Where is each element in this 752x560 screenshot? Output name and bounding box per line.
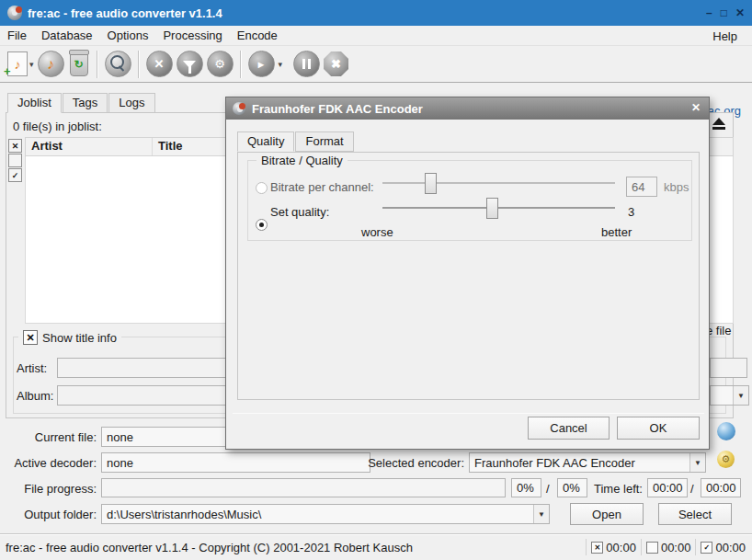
stop-glyph: ✖: [331, 57, 341, 71]
title-info-legend: ✕ Show title info: [18, 330, 121, 345]
menu-bar: File Database Options Processing Encode …: [0, 26, 752, 46]
open-button[interactable]: Open: [570, 503, 644, 525]
output-folder-value: d:\Users\tristanrhodes\Music\: [107, 508, 533, 521]
select-none-button[interactable]: [8, 154, 22, 167]
chevron-down-icon[interactable]: ▼: [733, 386, 748, 405]
time-left-file-value: 00:00: [653, 481, 683, 495]
tab-joblist[interactable]: Joblist: [7, 93, 62, 113]
quality-slider[interactable]: [382, 198, 615, 218]
file-percent-value: 0%: [517, 481, 534, 495]
selected-time-value: 00:00: [606, 541, 636, 554]
joblist-entry-icon[interactable]: ♪: [38, 51, 64, 77]
x-box-icon: ✕: [591, 542, 603, 554]
plus-glyph: +: [4, 64, 11, 78]
start-conversion-icon[interactable]: ►: [248, 51, 275, 77]
tab-format[interactable]: Format: [295, 131, 353, 152]
tab-tags[interactable]: Tags: [63, 93, 108, 113]
column-artist[interactable]: Artist: [26, 138, 153, 155]
menu-file[interactable]: File: [0, 29, 34, 42]
time-left-total-value: 00:00: [706, 481, 736, 495]
close-button[interactable]: ✕: [735, 6, 745, 19]
encoder-settings-gear-icon[interactable]: ⚙: [717, 451, 735, 468]
configure-settings-icon[interactable]: ⚙: [207, 51, 234, 77]
bitrate-slider-track: [382, 182, 615, 184]
output-folder-combo[interactable]: d:\Users\tristanrhodes\Music\ ▼: [101, 504, 550, 524]
chevron-down-icon[interactable]: ▼: [533, 505, 549, 523]
bitrate-slider-thumb[interactable]: [425, 173, 437, 194]
title-field-fragment[interactable]: [710, 358, 747, 378]
quality-slider-track: [382, 207, 615, 209]
selected-encoder-value: Fraunhofer FDK AAC Encoder: [474, 456, 689, 470]
set-quality-label: Set quality:: [270, 205, 329, 219]
tab-quality[interactable]: Quality: [237, 131, 294, 152]
toggle-selection-button[interactable]: ✓: [8, 168, 22, 182]
time-left-total-field: 00:00: [701, 478, 741, 497]
pause-conversion-icon[interactable]: [293, 51, 320, 77]
cancel-button[interactable]: Cancel: [528, 417, 610, 440]
menu-processing[interactable]: Processing: [155, 29, 229, 42]
bitrate-radio[interactable]: [256, 182, 268, 194]
tools-glyph: ✕: [154, 57, 165, 71]
filter-settings-icon[interactable]: [177, 51, 203, 77]
tab-logs[interactable]: Logs: [108, 93, 154, 113]
add-files-dropdown-icon[interactable]: ▾: [29, 60, 34, 69]
status-text: fre:ac - free audio converter v1.1.4 - C…: [6, 541, 413, 554]
total-time-cell: ✓ 00:00: [695, 539, 750, 555]
menu-options[interactable]: Options: [100, 29, 156, 42]
selected-time-cell: ✕ 00:00: [586, 539, 641, 555]
dialog-close-button[interactable]: ✕: [691, 101, 701, 114]
dialog-tabs: QualityFormat: [237, 131, 355, 152]
menu-help[interactable]: Help: [705, 26, 745, 46]
genre-combo-fragment[interactable]: ▼: [710, 385, 749, 406]
window-title: fre:ac - free audio converter v1.1.4: [28, 6, 222, 20]
play-glyph: ►: [256, 59, 267, 70]
status-bar: fre:ac - free audio converter v1.1.4 - C…: [0, 533, 752, 560]
chevron-down-icon[interactable]: ▼: [689, 453, 705, 472]
dialog-title: Fraunhofer FDK AAC Encoder: [252, 102, 423, 116]
bitrate-slider[interactable]: [382, 173, 615, 193]
add-files-icon[interactable]: ♪ +: [7, 51, 28, 76]
total-percent-field: 0%: [557, 478, 587, 497]
maximize-button[interactable]: □: [721, 6, 727, 19]
funnel-glyph: [183, 61, 196, 68]
menu-encode[interactable]: Encode: [230, 29, 285, 42]
active-decoder-field: none: [101, 452, 370, 473]
encoder-config-dialog: Fraunhofer FDK AAC Encoder ✕ QualityForm…: [225, 97, 710, 450]
bitrate-unit-label: kbps: [664, 180, 689, 194]
active-decoder-label: Active decoder:: [13, 456, 97, 470]
stop-conversion-icon[interactable]: ✖: [324, 51, 348, 76]
bitrate-value-field[interactable]: 64: [626, 177, 657, 197]
cddb-query-icon[interactable]: [105, 51, 131, 77]
select-all-button[interactable]: ✕: [8, 139, 22, 153]
quality-value: 3: [628, 205, 634, 219]
ok-button[interactable]: OK: [617, 417, 700, 440]
minimize-button[interactable]: –: [706, 6, 712, 19]
start-dropdown-icon[interactable]: ▾: [279, 60, 283, 69]
set-quality-radio[interactable]: [256, 219, 268, 231]
eject-button[interactable]: [712, 118, 725, 130]
menu-database[interactable]: Database: [34, 29, 100, 42]
dialog-separator: [233, 413, 704, 414]
note-glyph: ♪: [15, 57, 21, 72]
check-box-icon: ✓: [701, 542, 712, 554]
partial-label-right: e file: [706, 324, 731, 337]
toolbar: ♪ + ▾ ♪ ↻ ✕ ⚙ ► ▾ ✖ www.freac.org: [0, 46, 752, 83]
clear-joblist-icon[interactable]: ↻: [70, 52, 88, 76]
slash-separator: /: [690, 482, 694, 496]
quality-slider-thumb[interactable]: [486, 198, 498, 219]
select-button[interactable]: Select: [658, 503, 732, 525]
total-time-value: 00:00: [715, 541, 746, 554]
pause-glyph: [302, 59, 311, 69]
current-file-label: Current file:: [13, 430, 97, 444]
album-label: Album:: [17, 389, 53, 403]
artist-label: Artist:: [17, 361, 47, 375]
progress-details-icon[interactable]: [717, 422, 735, 440]
status-times: ✕ 00:00 00:00 ✓ 00:00: [586, 537, 750, 557]
unselected-time-cell: 00:00: [641, 539, 696, 555]
bitrate-value: 64: [632, 180, 644, 194]
general-settings-icon[interactable]: ✕: [146, 51, 173, 77]
file-progress-label: File progress:: [13, 482, 97, 496]
selected-encoder-combo[interactable]: Fraunhofer FDK AAC Encoder ▼: [469, 452, 706, 473]
show-title-info-checkbox[interactable]: ✕: [23, 330, 38, 345]
main-tabs: JoblistTagsLogs: [7, 93, 156, 113]
